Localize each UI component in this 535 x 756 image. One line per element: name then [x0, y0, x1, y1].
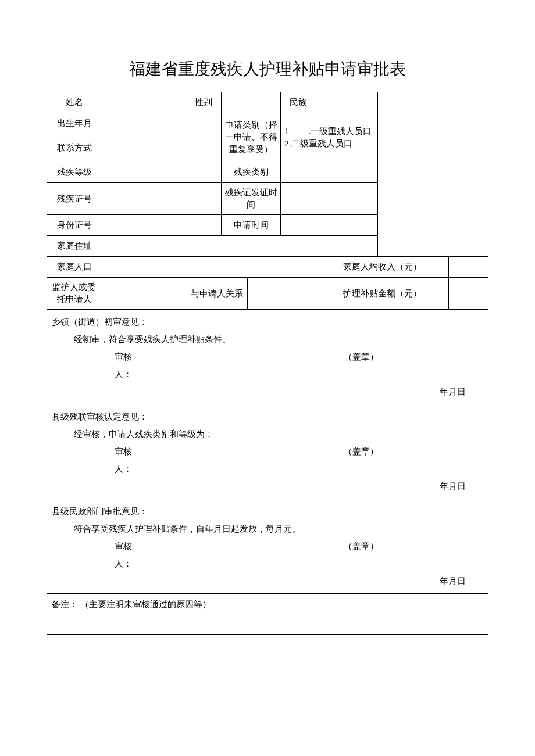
county-dpf-seal-label: （盖章） [344, 443, 483, 478]
label-name: 姓名 [47, 92, 102, 113]
form-title: 福建省重度残疾人护理补贴申请审批表 [47, 58, 488, 80]
label-dob: 出生年月 [47, 113, 102, 134]
town-opinion-cell[interactable]: 乡镇（街道）初审意见： 经初审，符合享受残疾人护理补贴条件。 审核人： （盖章）… [47, 310, 488, 404]
field-gender[interactable] [221, 92, 280, 113]
application-form-table: 姓名 性别 民族 出生年月 申请类别（择一申请、不得重复享受） 1 .一级重残人… [47, 92, 488, 635]
county-civil-body: 符合享受残疾人护理补贴条件，自年月日起发放，每月元。 [52, 520, 483, 538]
county-dpf-reviewer-label: 审核人： [52, 443, 142, 478]
label-apply-time: 申请时间 [221, 215, 280, 236]
field-dis-cert[interactable] [102, 183, 221, 215]
field-dis-level[interactable] [102, 162, 221, 183]
photo-area [378, 92, 488, 257]
label-relation: 与申请人关系 [186, 278, 248, 310]
label-fam-income: 家庭人均收入（元） [316, 257, 448, 278]
county-civil-reviewer-label: 审核人： [52, 538, 142, 572]
town-reviewer-label: 审核人： [52, 348, 142, 383]
remarks-cell[interactable]: 备注： （主要注明未审核通过的原因等） [47, 594, 488, 635]
field-addr[interactable] [102, 236, 377, 257]
label-dis-cert: 残疾证号 [47, 183, 102, 215]
field-dis-cat[interactable] [281, 162, 378, 183]
field-subsidy[interactable] [448, 278, 488, 310]
field-ethnic[interactable] [316, 92, 377, 113]
town-seal-label: （盖章） [344, 348, 483, 383]
field-relation[interactable] [248, 278, 316, 310]
label-dis-level: 残疾等级 [47, 162, 102, 183]
county-dpf-body: 经审核，申请人残疾类别和等级为： [52, 425, 483, 443]
label-gender: 性别 [186, 92, 222, 113]
label-apply-type: 申请类别（择一申请、不得重复享受） [221, 113, 280, 162]
label-cert-date: 残疾证发证时间 [221, 183, 280, 215]
town-header: 乡镇（街道）初审意见： [52, 313, 483, 331]
town-body: 经初审，符合享受残疾人护理补贴条件。 [52, 331, 483, 348]
field-fam-pop[interactable] [102, 257, 316, 278]
field-guardian[interactable] [102, 278, 186, 310]
field-cert-date[interactable] [281, 183, 378, 215]
field-apply-options[interactable]: 1 .一级重残人员口 2.二级重残人员口 [281, 113, 378, 162]
town-date: 年月日 [52, 383, 483, 400]
remarks-label: 备注： （主要注明未审核通过的原因等） [52, 600, 211, 609]
field-id-no[interactable] [102, 215, 221, 236]
county-civil-header: 县级民政部门审批意见： [52, 503, 483, 520]
field-fam-income[interactable] [448, 257, 488, 278]
field-name[interactable] [102, 92, 186, 113]
field-contact[interactable] [102, 134, 221, 162]
label-contact: 联系方式 [47, 134, 102, 162]
label-id-no: 身份证号 [47, 215, 102, 236]
county-civil-date: 年月日 [52, 572, 483, 590]
label-guardian: 监护人或委托申请人 [47, 278, 102, 310]
label-subsidy: 护理补贴金额（元） [316, 278, 448, 310]
county-civil-opinion-cell[interactable]: 县级民政部门审批意见： 符合享受残疾人护理补贴条件，自年月日起发放，每月元。 审… [47, 499, 488, 594]
county-civil-seal-label: （盖章） [344, 538, 483, 572]
county-dpf-opinion-cell[interactable]: 县级残联审核认定意见： 经审核，申请人残疾类别和等级为： 审核人： （盖章） 年… [47, 404, 488, 499]
label-dis-cat: 残疾类别 [221, 162, 280, 183]
label-ethnic: 民族 [281, 92, 316, 113]
county-dpf-date: 年月日 [52, 478, 483, 495]
field-apply-time[interactable] [281, 215, 378, 236]
label-fam-pop: 家庭人口 [47, 257, 102, 278]
field-dob[interactable] [102, 113, 221, 134]
label-addr: 家庭住址 [47, 236, 102, 257]
county-dpf-header: 县级残联审核认定意见： [52, 408, 483, 425]
